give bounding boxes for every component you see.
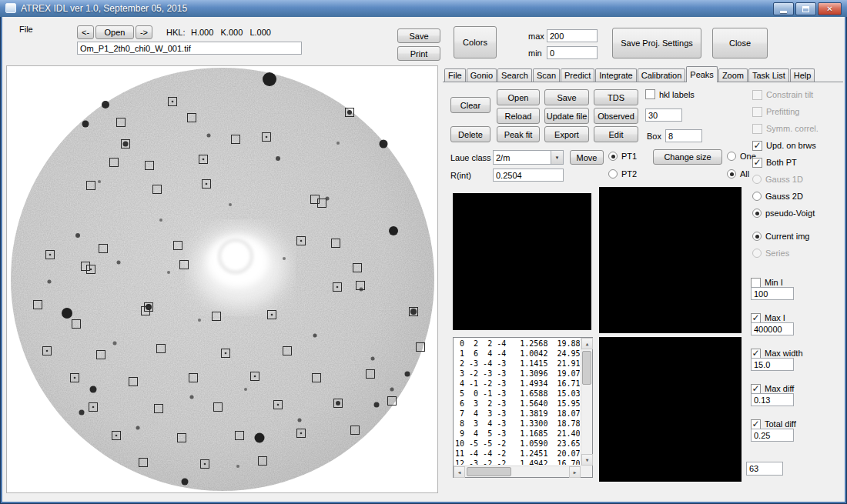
radio-all[interactable]: All: [727, 169, 749, 179]
radio-mark[interactable]: [752, 192, 762, 201]
tab-task-list[interactable]: Task List: [748, 68, 789, 82]
peaks-save-button[interactable]: Save: [544, 89, 589, 105]
filter-input-min-i[interactable]: [751, 287, 794, 300]
radio-pseudo-voigt[interactable]: pseudo-Voigt: [752, 205, 843, 222]
peak-count-field[interactable]: [746, 462, 783, 476]
rint-input[interactable]: [493, 169, 564, 182]
radio-mark[interactable]: [608, 152, 618, 161]
box-input[interactable]: [665, 129, 702, 142]
max-input[interactable]: [547, 29, 598, 42]
label-size-input[interactable]: [645, 108, 682, 122]
peak-row[interactable]: 2 -3 -4 -3 1.1415 21.918 0.0: [455, 359, 580, 369]
rint-label: R(int): [450, 171, 471, 180]
clear-button[interactable]: Clear: [450, 97, 490, 113]
checkbox-mark[interactable]: ✓: [751, 349, 761, 359]
radio-gauss-2d[interactable]: Gauss 2D: [752, 188, 843, 205]
checkbox-mark[interactable]: ✓: [752, 158, 762, 168]
colors-button[interactable]: Colors: [454, 26, 497, 58]
filter-input-max-i[interactable]: [751, 322, 794, 335]
peak-row[interactable]: 4 -1 -2 -3 1.4934 16.710 0.0: [455, 379, 580, 389]
move-button[interactable]: Move: [570, 150, 604, 165]
filter-input-total-diff[interactable]: [751, 429, 794, 442]
chevron-down-icon[interactable]: ▼: [551, 151, 563, 164]
laue-class-select[interactable]: 2/m ▼: [493, 150, 564, 165]
checkbox-hkl-labels[interactable]: hkl labels: [645, 89, 695, 99]
vertical-scroll-thumb[interactable]: [582, 351, 591, 385]
save-button[interactable]: Save: [397, 28, 440, 43]
tab-calibration[interactable]: Calibration: [638, 68, 686, 82]
radio-mark[interactable]: [752, 209, 762, 218]
peak-row[interactable]: 12 -3 -2 -2 1.4942 16.701 0.0: [455, 459, 580, 465]
maximize-button[interactable]: [795, 2, 816, 15]
peak-row[interactable]: 5 0 -1 -3 1.6588 15.033 0.0: [455, 389, 580, 399]
checkbox-mark[interactable]: ✓: [751, 313, 761, 323]
observed-button[interactable]: Observed: [594, 108, 638, 124]
checkbox-mark[interactable]: ✓: [751, 384, 761, 394]
update-file-button[interactable]: Update file: [544, 108, 589, 124]
horizontal-scroll-thumb[interactable]: [467, 467, 511, 476]
scroll-up-button[interactable]: ▲: [581, 338, 593, 349]
min-input[interactable]: [547, 46, 598, 59]
export-button[interactable]: Export: [544, 126, 589, 142]
tab-predict[interactable]: Predict: [561, 68, 594, 82]
peak-list[interactable]: 0 2 2 -4 1.2568 19.885 0.0 1 6 4 -4 1.00…: [453, 337, 593, 478]
peak-row[interactable]: 10 -5 -5 -2 1.0590 23.650 0.0: [455, 439, 580, 449]
peak-row[interactable]: 8 3 4 -3 1.3300 18.781 0.0: [455, 419, 580, 429]
tab-file[interactable]: File: [444, 68, 466, 82]
tab-help[interactable]: Help: [790, 68, 815, 82]
checkbox-mark[interactable]: [645, 89, 655, 99]
print-button[interactable]: Print: [397, 46, 440, 61]
filename-input[interactable]: [77, 42, 302, 55]
close-window-button[interactable]: ✕: [818, 2, 842, 15]
horizontal-scrollbar[interactable]: ◀ ▶: [454, 466, 581, 477]
radio-mark[interactable]: [727, 152, 736, 161]
peak-row[interactable]: 0 2 2 -4 1.2568 19.885 0.0: [455, 339, 580, 349]
filter-input-max-width[interactable]: [751, 358, 794, 371]
checkbox-mark[interactable]: [751, 278, 761, 288]
next-image-button[interactable]: ->: [136, 25, 152, 39]
radio-mark[interactable]: [727, 169, 736, 179]
reload-button[interactable]: Reload: [497, 108, 540, 124]
peak-row[interactable]: 7 4 3 -3 1.3819 18.070 0.0: [455, 409, 580, 419]
peak-row[interactable]: 9 4 5 -3 1.1685 21.405 0.0: [455, 429, 580, 439]
radio-mark[interactable]: [752, 232, 762, 241]
peak-list-rows[interactable]: 0 2 2 -4 1.2568 19.885 0.0 1 6 4 -4 1.00…: [455, 339, 580, 465]
prev-image-button[interactable]: <-: [77, 25, 94, 39]
peak-row[interactable]: 6 3 2 -3 1.5640 15.951 0.0: [455, 399, 580, 409]
tab-zoom[interactable]: Zoom: [718, 68, 748, 82]
tab-scan[interactable]: Scan: [533, 68, 560, 82]
tab-search[interactable]: Search: [497, 68, 532, 82]
scroll-left-button[interactable]: ◀: [454, 466, 465, 478]
radio-mark[interactable]: [608, 169, 618, 179]
file-menu[interactable]: File: [19, 25, 33, 34]
radio-pt1[interactable]: PT1: [608, 152, 637, 161]
save-proj-settings-button[interactable]: Save Proj. Settings: [612, 28, 701, 58]
checkbox-mark[interactable]: ✓: [752, 141, 762, 151]
edit-button[interactable]: Edit: [594, 126, 638, 142]
tab-peaks[interactable]: Peaks: [686, 66, 718, 82]
tds-button[interactable]: TDS: [594, 89, 638, 105]
scroll-down-button[interactable]: ▼: [581, 454, 593, 466]
checkbox-mark[interactable]: ✓: [751, 419, 761, 429]
radio-pt2[interactable]: PT2: [608, 169, 637, 179]
delete-button[interactable]: Delete: [450, 126, 490, 142]
peak-row[interactable]: 3 -2 -3 -3 1.3096 19.076 0.0: [455, 369, 580, 379]
tab-integrate[interactable]: Integrate: [595, 68, 636, 82]
peak-row[interactable]: 1 6 4 -4 1.0042 24.958 0.0: [455, 349, 580, 359]
checkbox-upd-on-brws[interactable]: ✓Upd. on brws: [752, 137, 843, 154]
vertical-scrollbar[interactable]: ▲ ▼: [581, 338, 592, 466]
peak-row[interactable]: 11 -4 -4 -2 1.2451 20.074 0.0: [455, 449, 580, 459]
detector-image[interactable]: [6, 65, 438, 493]
peaks-open-button[interactable]: Open: [497, 89, 540, 105]
close-button[interactable]: Close: [712, 28, 768, 58]
title-bar[interactable]: ATREX IDL ver 1.0, September 05, 2015 ✕: [0, 0, 847, 17]
minimize-button[interactable]: [773, 2, 794, 15]
open-button[interactable]: Open: [95, 25, 134, 39]
peak-fit-button[interactable]: Peak fit: [497, 126, 540, 142]
tab-gonio[interactable]: Gonio: [467, 68, 497, 82]
change-size-button[interactable]: Change size: [653, 149, 722, 165]
scroll-right-button[interactable]: ▶: [569, 466, 581, 478]
filter-input-max-diff[interactable]: [751, 393, 794, 406]
radio-current-img[interactable]: Current img: [752, 228, 843, 245]
checkbox-both-pt[interactable]: ✓Both PT: [752, 154, 843, 171]
